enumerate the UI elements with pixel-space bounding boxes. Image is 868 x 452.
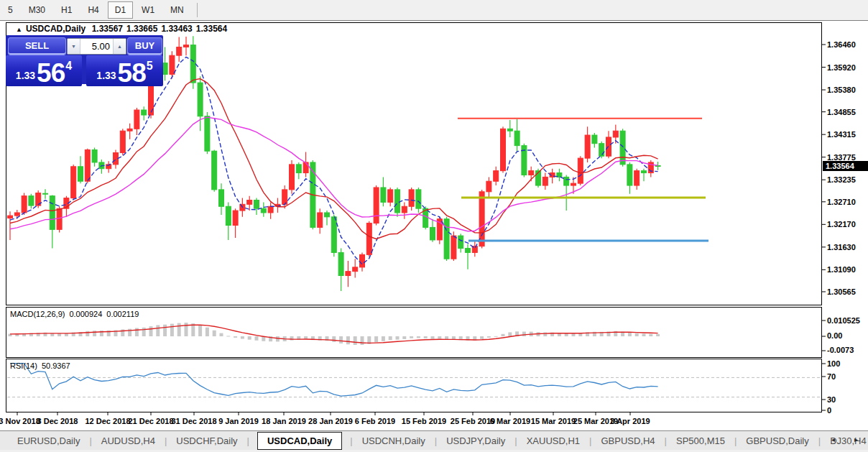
rsi-header: RSI(14)50.9367 bbox=[10, 361, 75, 370]
macd-axis-label: -0.0073 bbox=[827, 346, 854, 354]
sell-button[interactable]: SELL bbox=[8, 37, 66, 55]
bid-price-point: 4 bbox=[65, 60, 72, 73]
macd-axis-label: 0.010525 bbox=[827, 316, 860, 325]
bid-price-button[interactable]: 1.33 56 4 bbox=[6, 55, 82, 86]
tab-scroll-right-icon[interactable]: ▸ bbox=[854, 435, 858, 443]
chart-tab-usdchf-daily[interactable]: USDCHF,Daily bbox=[175, 433, 239, 449]
chart-tab-usdcad-daily[interactable]: USDCAD,Daily bbox=[257, 432, 342, 450]
buy-button[interactable]: BUY bbox=[127, 37, 162, 55]
price-axis-label: 1.34315 bbox=[827, 130, 856, 139]
chart-tab-audusd-h4[interactable]: AUDUSD,H4 bbox=[100, 433, 157, 449]
ask-price-point: 5 bbox=[147, 60, 153, 73]
ask-price-pips: 58 bbox=[118, 62, 146, 84]
ohlc-high: 1.33665 bbox=[126, 24, 157, 34]
macd-axis-label: 0.00 bbox=[827, 331, 842, 340]
tab-separator: | bbox=[734, 435, 737, 446]
tab-separator: | bbox=[89, 435, 91, 446]
price-axis-label: 1.32710 bbox=[827, 198, 856, 206]
tab-separator: | bbox=[514, 435, 517, 446]
timeframe-toolbar: 5M30H1H4D1W1MN bbox=[0, 0, 868, 20]
price-axis-label: 1.31630 bbox=[827, 243, 856, 252]
one-click-trade-panel: SELL ▼ ▲ BUY 1.33 56 4 1.33 58 5 bbox=[6, 35, 163, 84]
chart-tab-gbpusd-daily[interactable]: GBPUSD,Daily bbox=[744, 433, 810, 449]
volume-stepper: ▼ ▲ bbox=[67, 38, 126, 55]
rsi-axis-label: 30 bbox=[827, 395, 836, 404]
price-axis-label: 1.30565 bbox=[827, 287, 856, 296]
rsi-value: 50.9367 bbox=[42, 361, 70, 370]
rsi-label: RSI(14) bbox=[10, 361, 37, 370]
rsi-axis-label: 100 bbox=[827, 359, 840, 368]
price-axis-label: 1.34855 bbox=[827, 108, 856, 116]
tab-separator: | bbox=[589, 435, 591, 446]
timeframe-button-m30[interactable]: M30 bbox=[22, 1, 52, 19]
macd-header: MACD(12,26,9)0.0009240.002119 bbox=[10, 310, 143, 318]
timeframe-button-h1[interactable]: H1 bbox=[54, 1, 79, 19]
current-price-tag: 1.33564 bbox=[823, 161, 868, 171]
tab-separator: | bbox=[435, 435, 437, 446]
rsi-axis-label: 70 bbox=[827, 372, 836, 381]
chart-title: USDCAD,Daily bbox=[26, 24, 86, 34]
ohlc-close: 1.33564 bbox=[196, 24, 227, 34]
price-axis-label: 1.31090 bbox=[827, 265, 856, 274]
tab-separator: | bbox=[165, 435, 167, 446]
ohlc-open: 1.33567 bbox=[92, 24, 123, 34]
volume-increase-button[interactable]: ▲ bbox=[113, 39, 126, 54]
timeframe-button-w1[interactable]: W1 bbox=[134, 1, 162, 19]
volume-decrease-button[interactable]: ▼ bbox=[68, 39, 80, 54]
price-axis-label: 1.32170 bbox=[827, 220, 856, 229]
toolbar-separator bbox=[197, 3, 198, 17]
chart-tab-usdjpy-daily[interactable]: USDJPY,Daily bbox=[445, 433, 507, 449]
volume-input[interactable] bbox=[80, 39, 113, 54]
tab-scroll-left-icon[interactable]: ◂ bbox=[831, 435, 835, 443]
price-axis-label: 1.35380 bbox=[827, 86, 856, 94]
chart-tab-gbpusd-h4[interactable]: GBPUSD,H4 bbox=[599, 433, 656, 449]
macd-signal-value: 0.002119 bbox=[106, 310, 139, 318]
timeframe-button-5[interactable]: 5 bbox=[1, 1, 20, 19]
collapse-trade-panel-icon[interactable]: ▲ bbox=[16, 26, 22, 33]
timeframe-button-d1[interactable]: D1 bbox=[108, 1, 133, 19]
chart-tab-xauusd-h1[interactable]: XAUUSD,H1 bbox=[525, 433, 581, 449]
macd-main-value: 0.000924 bbox=[69, 310, 102, 318]
bid-price-prefix: 1.33 bbox=[16, 70, 35, 81]
timeframe-button-h4[interactable]: H4 bbox=[80, 1, 106, 19]
rsi-axis-label: 0 bbox=[827, 406, 831, 415]
date-axis-label: 3 Apr 2019 bbox=[600, 417, 660, 425]
ask-price-prefix: 1.33 bbox=[96, 70, 116, 81]
chevron-up-icon: ▲ bbox=[117, 44, 122, 49]
chart-tab-eurusd-daily[interactable]: EURUSD,Daily bbox=[16, 433, 81, 449]
timeframe-button-mn[interactable]: MN bbox=[163, 1, 191, 19]
chevron-down-icon: ▼ bbox=[71, 44, 76, 49]
tab-separator: | bbox=[665, 435, 667, 446]
macd-label: MACD(12,26,9) bbox=[10, 310, 65, 318]
tab-separator: | bbox=[350, 435, 352, 446]
chart-tab-usdcnh-daily[interactable]: USDCNH,Daily bbox=[361, 433, 427, 449]
price-axis-label: 1.35920 bbox=[827, 63, 856, 72]
price-axis-label: 1.36460 bbox=[827, 40, 856, 49]
chart-tab-sp500-m15[interactable]: SP500,M15 bbox=[675, 433, 726, 449]
chart-tab-bar: EURUSD,Daily|AUDUSD,H4|USDCHF,Daily|USDC… bbox=[0, 430, 868, 450]
tab-separator: | bbox=[818, 435, 821, 446]
chart-symbol-header: ▲USDCAD,Daily 1.335671.336651.334631.335… bbox=[16, 24, 231, 34]
bid-price-pips: 56 bbox=[37, 62, 65, 84]
price-axis-label: 1.33235 bbox=[827, 175, 856, 184]
ask-price-button[interactable]: 1.33 58 5 bbox=[86, 55, 163, 86]
ohlc-low: 1.33463 bbox=[161, 24, 192, 34]
tab-separator: | bbox=[247, 435, 249, 446]
